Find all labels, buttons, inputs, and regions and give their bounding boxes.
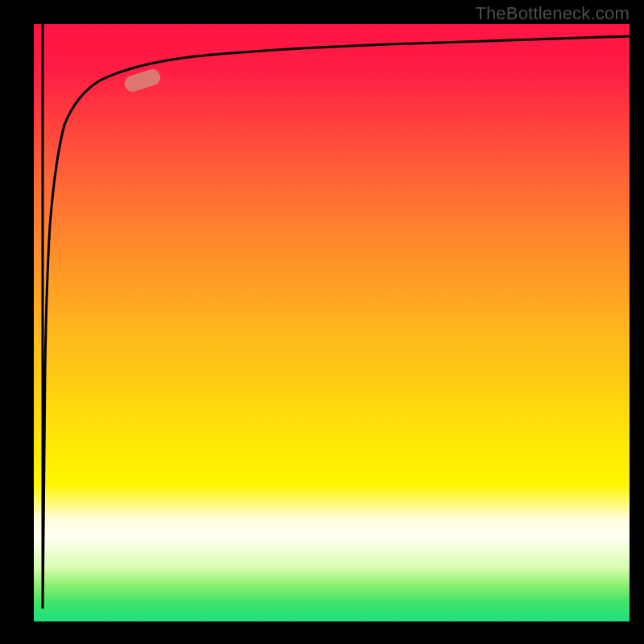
chart-frame: TheBottleneck.com	[0, 0, 644, 644]
curve-path	[43, 24, 630, 609]
plot-area	[34, 24, 630, 621]
bottleneck-curve	[34, 24, 630, 621]
watermark-text: TheBottleneck.com	[475, 3, 630, 24]
